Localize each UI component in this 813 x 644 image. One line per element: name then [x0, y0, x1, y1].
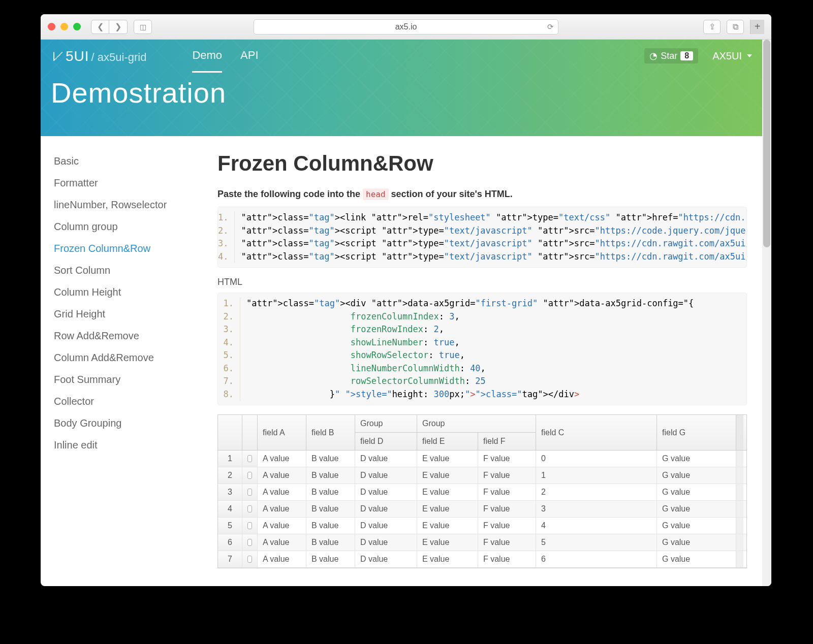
sidebar-item[interactable]: Column Height	[47, 281, 208, 303]
cell-field-c: 1	[536, 467, 657, 484]
cell-field-f: F value	[478, 484, 536, 500]
header-field-a[interactable]: field A	[258, 415, 306, 450]
ax5ui-dropdown[interactable]: AX5UI	[712, 50, 752, 62]
sidebar-item[interactable]: Column Add&Remove	[47, 347, 208, 369]
sidebar-item[interactable]: Inline edit	[47, 434, 208, 456]
table-row[interactable]: 4A valueB valueD valueE valueF value3G v…	[218, 501, 746, 518]
header-field-g[interactable]: field G	[657, 415, 736, 450]
section-label-html: HTML	[217, 277, 762, 287]
sidebar-toggle-button[interactable]: ◫	[134, 20, 152, 34]
code-line: 2. frozenColumnIndex: 3,	[218, 310, 746, 324]
tabs-button[interactable]: ⧉	[727, 20, 744, 34]
row-checkbox[interactable]	[242, 467, 258, 484]
cell-field-g: G value	[657, 484, 736, 500]
row-checkbox[interactable]	[242, 501, 258, 517]
row-checkbox[interactable]	[242, 534, 258, 551]
cell-field-b: B value	[306, 551, 355, 567]
minimize-window-icon[interactable]	[60, 23, 68, 30]
table-row[interactable]: 6A valueB valueD valueE valueF value5G v…	[218, 534, 746, 551]
instruction-text: Paste the following code into the head s…	[217, 189, 762, 200]
head-code-tag: head	[363, 188, 389, 200]
row-checkbox[interactable]	[242, 484, 258, 500]
row-scroll-gutter	[736, 551, 743, 567]
sidebar-item[interactable]: Frozen Column&Row	[47, 238, 208, 260]
hero-title: Demostration	[51, 76, 752, 109]
data-grid[interactable]: field A field B Group Group field D fiel…	[217, 414, 747, 568]
code-line: 3. frozenRowIndex: 2,	[218, 323, 746, 336]
table-row[interactable]: 1A valueB valueD valueE valueF value0G v…	[218, 450, 746, 467]
cell-field-e: E value	[417, 518, 478, 534]
cell-field-e: E value	[417, 467, 478, 484]
forward-button[interactable]: ❯	[109, 20, 128, 34]
row-checkbox[interactable]	[242, 551, 258, 567]
cell-field-a: A value	[258, 450, 306, 467]
code-line: 3."attr">class="tag"><script "attr">type…	[218, 237, 746, 250]
cell-field-d: D value	[355, 551, 417, 567]
close-window-icon[interactable]	[48, 23, 55, 30]
row-number: 4	[218, 501, 242, 517]
github-icon: ◔	[649, 50, 658, 61]
row-number: 5	[218, 518, 242, 534]
header-field-c[interactable]: field C	[536, 415, 657, 450]
header-field-b[interactable]: field B	[306, 415, 355, 450]
github-star[interactable]: ◔ Star 8	[644, 48, 698, 63]
cell-field-f: F value	[478, 450, 536, 467]
maximize-window-icon[interactable]	[73, 23, 81, 30]
table-row[interactable]: 2A valueB valueD valueE valueF value1G v…	[218, 467, 746, 484]
window-controls	[48, 23, 81, 30]
cell-field-f: F value	[478, 467, 536, 484]
share-button[interactable]: ⇪	[703, 20, 721, 34]
new-tab-button[interactable]: +	[750, 20, 764, 34]
main-content: Frozen Column&Row Paste the following co…	[208, 136, 762, 568]
table-row[interactable]: 3A valueB valueD valueE valueF value2G v…	[218, 484, 746, 501]
cell-field-a: A value	[258, 551, 306, 567]
sidebar-item[interactable]: Sort Column	[47, 260, 208, 281]
code-line: 1."attr">class="tag"><link "attr">rel="s…	[218, 211, 746, 224]
header-group-1[interactable]: Group	[355, 415, 417, 432]
row-scroll-gutter	[736, 518, 743, 534]
cell-field-b: B value	[306, 484, 355, 500]
code-block-html: 1."attr">class="tag"><div "attr">data-ax…	[217, 293, 747, 405]
cell-field-d: D value	[355, 450, 417, 467]
header-group-2[interactable]: Group	[417, 415, 536, 432]
reload-icon[interactable]: ⟳	[547, 22, 554, 31]
cell-field-g: G value	[657, 518, 736, 534]
sidebar-item[interactable]: Grid Height	[47, 303, 208, 325]
grid-scrollbar-track[interactable]	[736, 415, 743, 450]
header-field-d[interactable]: field D	[355, 433, 417, 450]
nav-tab-demo[interactable]: Demo	[192, 40, 222, 73]
cell-field-d: D value	[355, 501, 417, 517]
sidebar-item[interactable]: Basic	[47, 150, 208, 172]
sidebar-item[interactable]: Collector	[47, 391, 208, 412]
row-checkbox[interactable]	[242, 450, 258, 467]
nav-tab-api[interactable]: API	[240, 40, 258, 73]
nav-buttons: ❮ ❯	[91, 20, 128, 34]
sidebar-item[interactable]: Body Grouping	[47, 412, 208, 434]
sidebar-item[interactable]: Foot Summary	[47, 369, 208, 391]
cell-field-a: A value	[258, 467, 306, 484]
table-row[interactable]: 5A valueB valueD valueE valueF value4G v…	[218, 518, 746, 534]
header-field-f[interactable]: field F	[478, 433, 536, 450]
cell-field-b: B value	[306, 450, 355, 467]
cell-field-f: F value	[478, 518, 536, 534]
back-button[interactable]: ❮	[91, 20, 109, 34]
cell-field-c: 3	[536, 501, 657, 517]
row-number: 1	[218, 450, 242, 467]
row-scroll-gutter	[736, 450, 743, 467]
row-checkbox[interactable]	[242, 518, 258, 534]
sidebar-item[interactable]: Formatter	[47, 172, 208, 194]
sidebar-item[interactable]: Column group	[47, 216, 208, 238]
code-line: 4. showLineNumber: true,	[218, 336, 746, 349]
sidebar-item[interactable]: Row Add&Remove	[47, 325, 208, 347]
header-field-e[interactable]: field E	[417, 433, 478, 450]
scroll-thumb[interactable]	[763, 40, 770, 247]
cell-field-g: G value	[657, 551, 736, 567]
code-line: 7. rowSelectorColumnWidth: 25	[218, 375, 746, 388]
url-bar[interactable]: ax5.io ⟳	[254, 19, 558, 35]
cell-field-c: 4	[536, 518, 657, 534]
brand[interactable]: ⩗5UI / ax5ui-grid	[51, 48, 146, 65]
header-checkbox[interactable]	[242, 415, 258, 450]
page-scrollbar[interactable]	[762, 40, 771, 586]
sidebar-item[interactable]: lineNumber, Rowselector	[47, 194, 208, 216]
table-row[interactable]: 7A valueB valueD valueE valueF value6G v…	[218, 551, 746, 568]
